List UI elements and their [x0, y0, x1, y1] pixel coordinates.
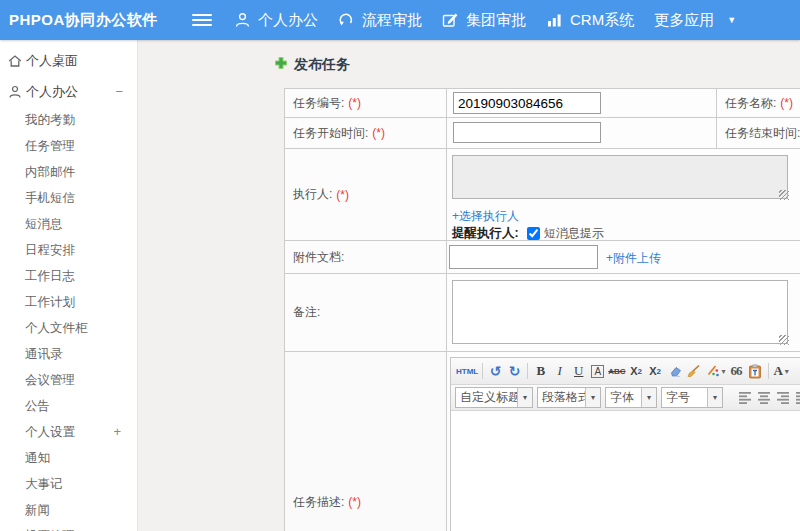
- paragraph-format-select[interactable]: 段落格式 ▾: [537, 387, 601, 408]
- nav-group-approval[interactable]: 集团审批: [442, 11, 526, 30]
- align-justify-button[interactable]: [792, 388, 800, 408]
- editor-content[interactable]: [451, 411, 800, 531]
- app-window: PHPOA协同办公软件 个人办公 流程审批 集团审批: [0, 0, 800, 531]
- align-left-icon: [738, 391, 752, 404]
- chevron-down-icon: ▾: [707, 388, 722, 407]
- nav-more-apps[interactable]: 更多应用 ▼: [654, 11, 736, 30]
- chevron-down-icon: ▾: [641, 388, 656, 407]
- align-right-button[interactable]: [773, 388, 792, 408]
- choose-executor-link[interactable]: +选择执行人: [452, 208, 519, 225]
- chevron-down-icon: ▾: [585, 388, 600, 407]
- page-title: 发布任务: [294, 56, 350, 74]
- sidebar-item-work-plan[interactable]: 工作计划: [0, 289, 137, 315]
- sidebar-item-news[interactable]: 新闻: [0, 497, 137, 523]
- char-border-button[interactable]: A: [588, 361, 607, 381]
- strikethrough-button[interactable]: ABC: [607, 361, 626, 381]
- blockquote-button[interactable]: 66: [727, 361, 746, 381]
- italic-button[interactable]: I: [550, 361, 569, 381]
- form-row-description: 任务描述:(*) HTML ↺ ↻ B I U A: [285, 352, 800, 531]
- sidebar-item-mobile-sms[interactable]: 手机短信: [0, 185, 137, 211]
- form-row-start-time: 任务开始时间:(*) 任务结束时间:(*): [285, 118, 800, 149]
- nav-label: 集团审批: [466, 11, 526, 30]
- editor-toolbar-row-1: HTML ↺ ↻ B I U A ABC X2 X2: [451, 358, 800, 385]
- nav-process-approval[interactable]: 流程审批: [338, 11, 422, 30]
- executor-label: 执行人:(*): [285, 149, 447, 240]
- expand-icon[interactable]: +: [113, 419, 121, 445]
- superscript-button[interactable]: X2: [627, 361, 646, 381]
- undo-button[interactable]: ↺: [486, 361, 505, 381]
- align-left-button[interactable]: [735, 388, 754, 408]
- broom-icon: [686, 364, 701, 378]
- collapse-icon[interactable]: −: [115, 84, 123, 99]
- sidebar-item-file-cabinet[interactable]: 个人文件柜: [0, 315, 137, 341]
- rich-text-editor: HTML ↺ ↻ B I U A ABC X2 X2: [450, 357, 800, 531]
- source-code-button[interactable]: HTML: [455, 361, 479, 381]
- add-icon: [274, 56, 288, 74]
- format-brush-button[interactable]: [684, 361, 703, 381]
- sidebar: 个人桌面 个人办公 − 我的考勤 任务管理 内部邮件 手机短信 短消息 日程安排…: [0, 40, 138, 531]
- font-color-button[interactable]: A ▾: [772, 361, 791, 381]
- main-content: 发布任务 任务编号:(*) 任务名称:(*) 任务开始时间:(*): [138, 40, 800, 531]
- user-icon: [234, 12, 251, 28]
- redo-button[interactable]: ↻: [505, 361, 524, 381]
- sidebar-item-attendance[interactable]: 我的考勤: [0, 107, 137, 133]
- task-number-input[interactable]: [453, 92, 601, 114]
- sidebar-item-meeting[interactable]: 会议管理: [0, 367, 137, 393]
- attachment-upload-link[interactable]: +附件上传: [606, 250, 661, 267]
- nav-label: 个人办公: [258, 11, 318, 30]
- remove-format-button[interactable]: [665, 361, 684, 381]
- sidebar-item-work-log[interactable]: 工作日志: [0, 263, 137, 289]
- subscript-button[interactable]: X2: [646, 361, 665, 381]
- editor-toolbar-row-2: 自定义标题 ▾ 段落格式 ▾ 字体 ▾: [451, 385, 800, 411]
- app-logo: PHPOA协同办公软件: [0, 11, 178, 30]
- align-justify-icon: [795, 391, 800, 404]
- nav-personal-office[interactable]: 个人办公: [234, 11, 318, 30]
- sidebar-section-personal-office[interactable]: 个人办公 −: [0, 76, 137, 107]
- nav-label: CRM系统: [570, 11, 634, 30]
- description-label: 任务描述:(*): [285, 352, 447, 531]
- executor-textarea[interactable]: [452, 155, 788, 199]
- form-row-remark: 备注:: [285, 274, 800, 352]
- resize-handle[interactable]: [779, 335, 789, 345]
- eraser-icon: [667, 364, 682, 378]
- sidebar-item-notice[interactable]: 通知: [0, 445, 137, 471]
- attachment-label: 附件文档:: [285, 241, 447, 273]
- chevron-down-icon: ▾: [785, 367, 789, 376]
- sidebar-item-events[interactable]: 大事记: [0, 471, 137, 497]
- sidebar-item-announcement[interactable]: 公告: [0, 393, 137, 419]
- sidebar-item-contacts[interactable]: 通讯录: [0, 341, 137, 367]
- task-number-label: 任务编号:(*): [285, 89, 447, 117]
- attachment-input[interactable]: [449, 245, 598, 269]
- bold-button[interactable]: B: [531, 361, 550, 381]
- form-row-executor: 执行人:(*) +选择执行人 提醒执行人: 短消息提示: [285, 149, 800, 241]
- underline-button[interactable]: U: [569, 361, 588, 381]
- top-nav: 个人办公 流程审批 集团审批 CRM系统 更多应用: [234, 11, 756, 30]
- sidebar-item-personal-settings[interactable]: + 个人设置: [0, 419, 137, 445]
- chevron-down-icon: ▼: [727, 15, 736, 25]
- sidebar-item-task-management[interactable]: 任务管理: [0, 133, 137, 159]
- sidebar-item-short-message[interactable]: 短消息: [0, 211, 137, 237]
- remark-textarea[interactable]: [452, 280, 788, 344]
- sidebar-item-vote[interactable]: 投票管理: [0, 523, 137, 531]
- sidebar-label: 个人设置: [25, 425, 75, 439]
- font-family-select[interactable]: 字体 ▾: [605, 387, 657, 408]
- magic-wand-icon: [704, 364, 720, 378]
- remind-executor-label: 提醒执行人:: [452, 225, 519, 242]
- paste-text-button[interactable]: [746, 361, 765, 381]
- sidebar-item-schedule[interactable]: 日程安排: [0, 237, 137, 263]
- sms-remind-checkbox[interactable]: [527, 227, 540, 240]
- topbar: PHPOA协同办公软件 个人办公 流程审批 集团审批: [0, 0, 800, 40]
- sidebar-item-internal-mail[interactable]: 内部邮件: [0, 159, 137, 185]
- menu-toggle-icon[interactable]: [192, 11, 212, 29]
- nav-crm[interactable]: CRM系统: [546, 11, 634, 30]
- font-size-select[interactable]: 字号 ▾: [661, 387, 723, 408]
- sidebar-label: 个人办公: [26, 83, 78, 101]
- sidebar-item-desktop[interactable]: 个人桌面: [0, 45, 137, 76]
- resize-handle[interactable]: [779, 190, 789, 200]
- align-center-button[interactable]: [754, 388, 773, 408]
- start-time-input[interactable]: [453, 122, 601, 143]
- cycle-arrow-icon: [338, 12, 355, 28]
- quick-format-button[interactable]: ▾: [703, 361, 727, 381]
- custom-title-select[interactable]: 自定义标题 ▾: [455, 387, 533, 408]
- chevron-down-icon: ▾: [517, 388, 532, 407]
